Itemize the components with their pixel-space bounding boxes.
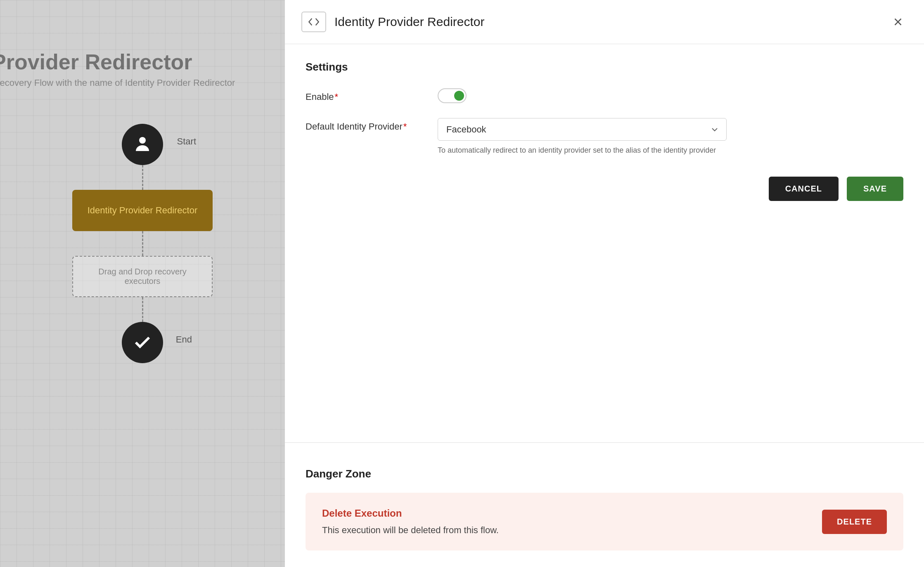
connector-line-1 — [142, 165, 143, 190]
danger-card: Delete Execution This execution will be … — [306, 493, 903, 550]
flow-panel-title: Provider Redirector — [0, 50, 235, 74]
start-node-wrapper: Start — [122, 124, 163, 165]
panel-content: Settings Enable* Default Identity Provid… — [285, 44, 924, 434]
code-icon-box — [301, 12, 326, 32]
executor-node-label: Identity Provider Redirector — [88, 205, 198, 216]
executor-node[interactable]: Identity Provider Redirector — [72, 190, 213, 231]
cancel-button[interactable]: CANCEL — [769, 177, 839, 201]
panel-header-left: Identity Provider Redirector — [301, 12, 485, 32]
close-icon — [892, 16, 904, 28]
enable-required: * — [335, 92, 339, 102]
end-node-wrapper: End — [122, 322, 163, 363]
panel-header: Identity Provider Redirector — [285, 0, 924, 44]
enable-toggle[interactable] — [438, 88, 467, 103]
section-divider — [285, 442, 924, 443]
enable-row: Enable* — [306, 88, 903, 103]
settings-panel: Identity Provider Redirector Settings En… — [285, 0, 924, 567]
flow-panel: Provider Redirector nrecovery Flow with … — [0, 0, 285, 567]
danger-zone-title: Danger Zone — [306, 468, 903, 480]
code-icon — [308, 16, 320, 28]
drop-zone-label: Drag and Drop recovery executors — [81, 267, 204, 286]
connector-line-3 — [142, 297, 143, 322]
identity-provider-hint: To automatically redirect to an identity… — [438, 145, 727, 156]
toggle-track[interactable] — [438, 88, 467, 103]
identity-provider-label: Default Identity Provider* — [306, 118, 421, 132]
danger-zone-section: Danger Zone Delete Execution This execut… — [285, 451, 924, 567]
panel-title: Identity Provider Redirector — [334, 15, 485, 29]
start-node — [122, 124, 163, 165]
toggle-thumb — [454, 91, 464, 101]
drop-zone-node[interactable]: Drag and Drop recovery executors — [72, 256, 213, 297]
settings-section-title: Settings — [306, 61, 903, 73]
end-label: End — [176, 334, 192, 345]
delete-button[interactable]: DELETE — [822, 510, 887, 534]
connector-line-2 — [142, 231, 143, 256]
flow-panel-subtitle: nrecovery Flow with the name of Identity… — [0, 78, 235, 88]
identity-provider-select[interactable]: Facebook Google GitHub Twitter — [438, 118, 727, 141]
start-label: Start — [177, 136, 196, 147]
danger-card-left: Delete Execution This execution will be … — [322, 508, 499, 536]
flow-diagram: Start Identity Provider Redirector Drag … — [72, 124, 213, 363]
identity-provider-row: Default Identity Provider* Facebook Goog… — [306, 118, 903, 156]
form-actions: CANCEL SAVE — [306, 177, 903, 201]
danger-card-text: This execution will be deleted from this… — [322, 525, 499, 536]
flow-title-area: Provider Redirector nrecovery Flow with … — [0, 50, 235, 88]
close-button[interactable] — [888, 12, 907, 31]
identity-required: * — [403, 121, 407, 132]
end-node — [122, 322, 163, 363]
danger-card-heading: Delete Execution — [322, 508, 499, 519]
svg-point-0 — [139, 137, 146, 144]
enable-label: Enable* — [306, 88, 421, 102]
identity-provider-select-wrapper: Facebook Google GitHub Twitter To automa… — [438, 118, 727, 156]
save-button[interactable]: SAVE — [847, 177, 903, 201]
